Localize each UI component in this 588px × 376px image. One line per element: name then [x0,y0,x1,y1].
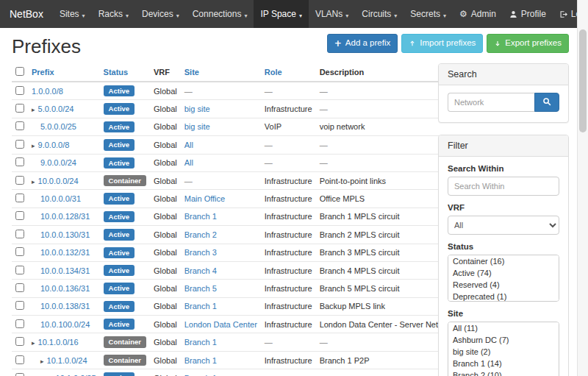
prefix-link[interactable]: 10.0.0.138/31 [40,302,90,311]
site-option[interactable]: All (11) [448,322,559,334]
prefix-link[interactable]: 9.0.0.0/8 [38,141,70,149]
nav-item-racks[interactable]: Racks▾ [92,0,135,28]
prefix-link[interactable]: 10.0.0.130/31 [40,230,90,239]
prefix-link[interactable]: 1.0.0.0/8 [32,87,63,96]
row-checkbox[interactable] [15,230,24,238]
status-badge: Active [104,103,135,114]
status-option[interactable]: Active (74) [448,267,559,279]
prefix-link[interactable]: 10.0.0.128/31 [40,212,90,221]
import-prefixes-button[interactable]: Import prefixes [401,34,483,53]
nav-item-devices[interactable]: Devices▾ [135,0,186,28]
prefix-link[interactable]: 10.0.0.134/31 [40,266,90,275]
row-checkbox[interactable] [15,373,24,376]
site-link[interactable]: All [184,158,193,167]
prefix-list: PrefixStatusVRFSiteRoleDescription 1.0.0… [12,63,438,376]
empty-value: — [265,141,273,149]
expand-arrow-icon[interactable]: ▸ [32,339,35,347]
nav-item-circuits[interactable]: Circuits▾ [355,0,404,28]
row-checkbox[interactable] [15,301,24,310]
table-row: ▸10.1.0.0/24ContainerGlobalBranch 1Infra… [12,351,459,369]
prefix-link[interactable]: 10.0.0.0/24 [38,177,79,185]
row-checkbox[interactable] [15,176,24,185]
user-menu-profile[interactable]: Profile [503,0,553,28]
status-badge: Active [104,211,135,222]
expand-arrow-icon[interactable]: ▸ [40,358,44,365]
export-prefixes-button[interactable]: Export prefixes [487,34,569,53]
site-link[interactable]: London Data Center [184,320,257,329]
prefix-link[interactable]: 10.1.0.0/24 [47,356,87,365]
row-checkbox[interactable] [15,266,24,274]
site-option[interactable]: Branch 1 (14) [448,358,559,369]
prefix-link[interactable]: 5.0.0.0/24 [38,104,74,113]
row-checkbox[interactable] [15,247,24,256]
expand-arrow-icon[interactable]: ▸ [32,178,35,185]
nav-item-connections[interactable]: Connections▾ [186,0,254,28]
user-menu-admin[interactable]: ⚙Admin [453,0,503,28]
select-all-checkbox[interactable] [15,67,24,76]
status-option[interactable]: Container (16) [448,255,559,267]
site-option[interactable]: Branch 2 (10) [448,369,559,376]
site-link[interactable]: big site [184,122,210,131]
status-label: Status [448,242,559,251]
prefix-link[interactable]: 5.0.0.0/25 [40,122,76,131]
prefix-link[interactable]: 10.0.0.0/31 [40,194,81,203]
nav-item-vlans[interactable]: VLANs▾ [309,0,355,28]
nav-item-secrets[interactable]: Secrets▾ [404,0,453,28]
row-checkbox[interactable] [15,355,24,364]
row-checkbox[interactable] [15,194,24,202]
prefix-link[interactable]: 10.0.100.0/24 [40,320,90,329]
site-link[interactable]: Branch 2 [184,230,217,239]
site-option[interactable]: Ashburn DC (7) [448,334,559,346]
select-all-cell [12,63,28,82]
status-option[interactable]: Reserved (4) [448,279,559,291]
prefix-link[interactable]: 10.0.0.136/31 [40,284,90,293]
site-link[interactable]: Branch 1 [184,212,217,221]
row-checkbox[interactable] [15,211,24,220]
row-checkbox[interactable] [15,86,24,95]
status-option[interactable]: Deprecated (1) [448,291,559,302]
expand-arrow-icon[interactable]: ▸ [32,106,35,113]
column-header-prefix[interactable]: Prefix [28,63,100,82]
site-link[interactable]: Branch 1 [184,356,217,365]
row-checkbox[interactable] [15,283,24,292]
site-link[interactable]: Branch 5 [184,284,217,293]
app-logo[interactable]: NetBox [0,0,53,28]
row-checkbox[interactable] [15,337,24,346]
site-link[interactable]: Branch 1 [184,338,217,347]
column-header-status[interactable]: Status [100,63,150,82]
row-checkbox[interactable] [15,319,24,328]
nav-item-ip-space[interactable]: IP Space▾ [254,0,309,28]
empty-value: — [184,87,193,96]
row-checkbox[interactable] [15,140,24,149]
search-within-input[interactable] [448,177,559,196]
site-option[interactable]: big site (2) [448,346,559,358]
prefix-link[interactable]: 10.1.0.0/16 [38,338,79,347]
description-value: Branch 1 MPLS circuit [320,212,400,221]
site-link[interactable]: Branch 3 [184,248,217,257]
row-checkbox[interactable] [15,104,24,113]
row-checkbox[interactable] [15,121,24,130]
site-link[interactable]: Branch 4 [184,266,217,275]
site-link[interactable]: Main Office [184,194,225,203]
expand-arrow-icon[interactable]: ▸ [32,142,35,149]
export-icon [494,40,501,47]
site-listbox[interactable]: All (11)Ashburn DC (7)big site (2)Branch… [448,322,559,376]
prefix-link[interactable]: 9.0.0.0/24 [40,158,76,167]
add-a-prefix-button[interactable]: +Add a prefix [327,34,398,53]
search-button[interactable] [534,93,559,112]
site-link[interactable]: All [184,141,193,149]
site-link[interactable]: big site [184,104,210,113]
status-listbox[interactable]: Container (16)Active (74)Reserved (4)Dep… [448,255,559,302]
row-checkbox[interactable] [15,157,24,166]
vrf-select[interactable]: All [448,216,559,235]
column-header-role[interactable]: Role [261,63,316,82]
nav-item-sites[interactable]: Sites▾ [53,0,92,28]
page-scrollbar[interactable] [577,0,588,376]
status-badge: Active [104,372,135,376]
scrollbar-thumb[interactable] [579,29,587,132]
search-input[interactable] [448,93,534,112]
column-header-site[interactable]: Site [181,63,261,82]
site-link[interactable]: Branch 1 [184,302,217,311]
vrf-value: Global [154,284,177,293]
prefix-link[interactable]: 10.0.0.132/31 [40,248,90,257]
